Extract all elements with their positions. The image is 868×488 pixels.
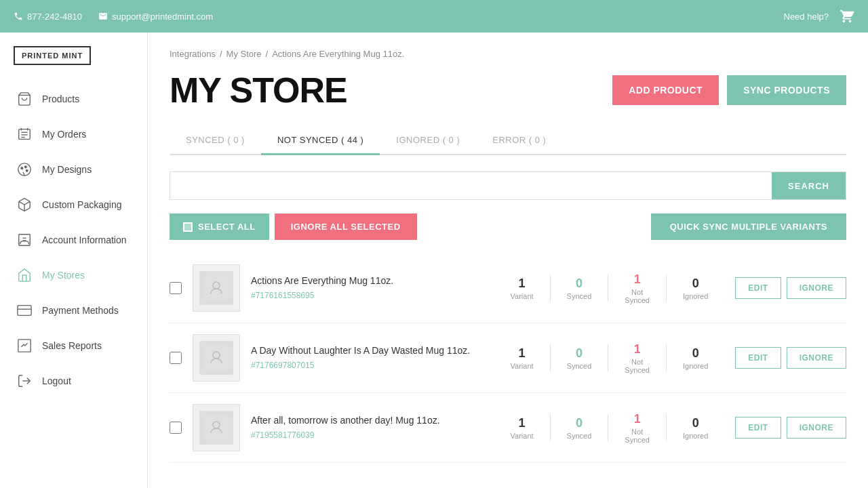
topbar-left: 877-242-4810 support@printedmint.com	[14, 12, 784, 22]
quick-sync-button[interactable]: QUICK SYNC MULTIPLE VARIANTS	[651, 214, 846, 240]
topbar: 877-242-4810 support@printedmint.com Nee…	[0, 0, 868, 33]
ignore-button-0[interactable]: IGNORE	[787, 277, 846, 299]
stat-not-synced-1: 1 NotSynced	[608, 342, 666, 374]
tab-not-synced[interactable]: NOT SYNCED ( 44 )	[261, 127, 380, 155]
sidebar-item-my-orders[interactable]: My Orders	[0, 117, 147, 152]
stat-synced-0: 0 Synced	[551, 277, 608, 300]
stat-ignored-1: 0 Ignored	[667, 346, 724, 370]
main-content: Integrations / My Store / Actions Are Ev…	[148, 33, 868, 488]
breadcrumb-sep-1: /	[220, 49, 222, 59]
stat-ignored-0: 0 Ignored	[667, 277, 724, 300]
phone-number: 877-242-4810	[27, 12, 82, 22]
product-stats-0: 1 Variant 0 Synced 1 NotSynced	[494, 272, 725, 304]
variant-count-0: 1	[519, 277, 526, 291]
sync-products-button[interactable]: SYNC PRODUCTS	[727, 75, 846, 105]
sidebar-label-products: Products	[42, 94, 79, 104]
sidebar-item-account-information[interactable]: Account Information	[0, 222, 147, 258]
edit-button-1[interactable]: EDIT	[735, 347, 781, 369]
cart-icon[interactable]	[840, 9, 854, 24]
ignore-button-2[interactable]: IGNORE	[787, 417, 846, 439]
person-icon	[16, 232, 33, 248]
product-checkbox-1[interactable]	[170, 352, 182, 364]
not-synced-count-1: 1	[634, 342, 641, 357]
tab-error[interactable]: ERROR ( 0 )	[476, 127, 562, 155]
svg-point-6	[21, 167, 23, 169]
breadcrumb: Integrations / My Store / Actions Are Ev…	[170, 49, 846, 59]
product-checkbox-2[interactable]	[170, 422, 182, 434]
product-id-0[interactable]: #7176161558695	[251, 291, 314, 300]
product-thumb-image-2	[199, 411, 233, 445]
svg-rect-19	[204, 346, 229, 370]
search-input[interactable]	[170, 172, 772, 199]
product-thumbnail-2	[193, 404, 240, 451]
not-synced-count-0: 1	[634, 272, 641, 287]
product-checkbox-0[interactable]	[170, 282, 182, 294]
product-thumb-image-0	[199, 271, 233, 305]
ignored-count-1: 0	[692, 346, 699, 361]
page-title: MY STORE	[170, 70, 347, 110]
not-synced-label-1: NotSynced	[625, 358, 650, 374]
product-id-2[interactable]: #7195581776039	[251, 430, 314, 440]
synced-label-1: Synced	[567, 362, 592, 370]
product-stats-2: 1 Variant 0 Synced 1 NotSynced	[494, 412, 725, 444]
edit-button-2[interactable]: EDIT	[735, 417, 781, 439]
phone-icon	[14, 12, 23, 21]
ignore-button-1[interactable]: IGNORE	[787, 347, 846, 369]
not-synced-label-0: NotSynced	[625, 288, 650, 304]
search-row: SEARCH	[170, 171, 846, 200]
box-icon	[16, 197, 33, 213]
svg-point-8	[26, 169, 28, 171]
select-all-button[interactable]: SELECT ALL	[170, 214, 269, 240]
table-row: Actions Are Everything Mug 11oz. #717616…	[170, 253, 846, 323]
breadcrumb-sep-2: /	[266, 49, 269, 59]
stat-not-synced-2: 1 NotSynced	[608, 412, 666, 444]
sidebar-item-my-designs[interactable]: My Designs	[0, 152, 147, 187]
help-link[interactable]: Need help?	[784, 12, 829, 22]
ignored-label-0: Ignored	[683, 292, 708, 300]
variant-count-1: 1	[519, 346, 526, 361]
sidebar-item-custom-packaging[interactable]: Custom Packaging	[0, 187, 147, 222]
sidebar-item-my-stores[interactable]: My Stores	[0, 258, 147, 293]
sidebar-label-sales-reports: Sales Reports	[42, 340, 102, 351]
breadcrumb-integrations[interactable]: Integrations	[170, 49, 216, 59]
logo-area: PRINTED MINT	[0, 46, 147, 81]
edit-button-0[interactable]: EDIT	[735, 277, 781, 299]
product-stats-1: 1 Variant 0 Synced 1 NotSynced	[494, 342, 725, 374]
logout-icon	[16, 373, 33, 389]
chart-icon	[16, 338, 33, 354]
sidebar-item-products[interactable]: Products	[0, 81, 147, 117]
product-thumbnail-1	[193, 334, 240, 382]
product-actions-1: EDIT IGNORE	[735, 347, 846, 369]
product-info-2: After all, tomorrow is another day! Mug …	[251, 415, 484, 441]
product-id-1[interactable]: #7176697807015	[251, 361, 314, 370]
topbar-right: Need help?	[784, 9, 855, 24]
sidebar-item-payment-methods[interactable]: Payment Methods	[0, 293, 147, 328]
action-row: SELECT ALL IGNORE ALL SELECTED QUICK SYN…	[170, 214, 846, 240]
list-icon	[16, 126, 33, 142]
synced-count-1: 0	[576, 346, 583, 361]
ignored-label-2: Ignored	[683, 432, 708, 440]
main-inner: Integrations / My Store / Actions Are Ev…	[148, 33, 868, 479]
stat-not-synced-0: 1 NotSynced	[608, 272, 666, 304]
store-icon	[16, 267, 33, 283]
title-row: MY STORE ADD PRODUCT SYNC PRODUCTS	[170, 70, 846, 110]
sidebar-item-logout[interactable]: Logout	[0, 363, 147, 399]
product-thumb-image-1	[199, 341, 233, 375]
logo[interactable]: PRINTED MINT	[14, 46, 91, 65]
search-button[interactable]: SEARCH	[772, 172, 846, 199]
layout: PRINTED MINT Products My Orders My Desig…	[0, 33, 868, 488]
breadcrumb-my-store[interactable]: My Store	[226, 49, 262, 59]
stat-variant-0: 1 Variant	[494, 277, 550, 300]
stat-synced-1: 0 Synced	[551, 346, 608, 370]
sidebar-label-payment-methods: Payment Methods	[42, 305, 119, 316]
add-product-button[interactable]: ADD PRODUCT	[612, 75, 719, 105]
tab-ignored[interactable]: IGNORED ( 0 )	[380, 127, 476, 155]
sidebar-item-sales-reports[interactable]: Sales Reports	[0, 328, 147, 363]
synced-count-0: 0	[576, 277, 583, 291]
variant-label-1: Variant	[511, 362, 534, 370]
ignore-all-selected-button[interactable]: IGNORE ALL SELECTED	[275, 214, 417, 240]
variant-count-2: 1	[519, 416, 526, 430]
product-actions-0: EDIT IGNORE	[735, 277, 846, 299]
svg-rect-13	[18, 306, 31, 316]
tab-synced[interactable]: SYNCED ( 0 )	[170, 127, 261, 155]
